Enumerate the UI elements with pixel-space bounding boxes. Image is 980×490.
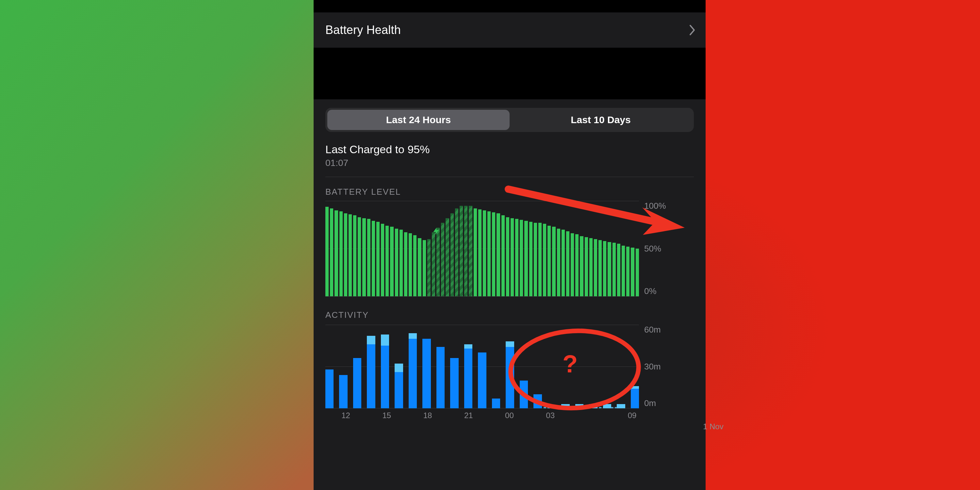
battery-bar	[566, 231, 570, 296]
activity-bar	[492, 399, 500, 408]
activity-bar	[533, 394, 542, 408]
activity-chart: 12151821000309 60m 30m 0m ?	[325, 325, 694, 420]
activity-bar	[450, 358, 458, 408]
activity-bar	[422, 339, 431, 408]
battery-bar	[464, 206, 468, 296]
battery-bar	[474, 208, 477, 296]
battery-bar	[594, 239, 597, 296]
battery-bar	[399, 230, 403, 296]
battery-bar	[557, 229, 560, 296]
battery-bar	[515, 219, 519, 296]
battery-bar	[358, 217, 361, 296]
battery-bar	[612, 243, 616, 296]
battery-health-label: Battery Health	[325, 23, 401, 37]
battery-bar	[455, 208, 458, 296]
battery-bar	[325, 207, 329, 296]
battery-bar	[404, 232, 407, 296]
battery-bar	[520, 220, 523, 296]
battery-bar	[460, 206, 463, 296]
battery-bar	[483, 210, 486, 296]
battery-bar	[529, 222, 533, 296]
battery-bar	[487, 212, 491, 296]
battery-bar	[492, 212, 495, 296]
battery-health-row[interactable]: Battery Health	[313, 13, 706, 48]
battery-bar	[496, 213, 500, 296]
battery-bar	[469, 206, 472, 296]
battery-bar	[575, 234, 579, 296]
x-axis-date-label: 1 Nov	[703, 422, 889, 431]
battery-bar	[395, 229, 398, 296]
activity-bar	[395, 364, 403, 408]
battery-level-chart: 100% 50% 0%	[325, 201, 694, 296]
battery-bar	[450, 213, 454, 296]
y-tick-label: 0m	[644, 398, 656, 408]
battery-bar	[538, 223, 542, 296]
battery-bar	[580, 236, 583, 296]
battery-bar	[372, 221, 375, 296]
battery-bar	[552, 227, 555, 296]
y-tick-label: 30m	[644, 362, 661, 372]
battery-bar	[436, 228, 440, 296]
battery-bar	[381, 224, 384, 296]
y-tick-label: 0%	[644, 286, 657, 296]
battery-bar	[334, 210, 338, 296]
battery-bar	[376, 222, 380, 296]
y-tick-label: 50%	[644, 244, 661, 254]
battery-bar	[543, 224, 546, 296]
battery-bar	[636, 248, 639, 296]
activity-section-label: ACTIVITY	[325, 310, 694, 320]
last-charged-title: Last Charged to 95%	[325, 143, 694, 156]
battery-bar	[501, 215, 505, 296]
battery-bar	[585, 237, 588, 296]
charging-bolt-icon	[432, 227, 440, 235]
battery-bar	[344, 213, 347, 296]
x-tick-label: 00	[505, 411, 514, 420]
tab-last-10-days[interactable]: Last 10 Days	[510, 110, 692, 130]
battery-bar	[598, 240, 602, 296]
tab-last-24-hours[interactable]: Last 24 Hours	[327, 110, 510, 130]
battery-bar	[608, 242, 611, 296]
activity-bar	[381, 334, 389, 408]
battery-bar	[348, 214, 352, 296]
activity-bar	[325, 369, 334, 408]
y-tick-label: 100%	[644, 201, 666, 211]
battery-bar	[362, 218, 366, 296]
x-tick-label: 09	[628, 411, 637, 420]
battery-bar	[353, 215, 356, 296]
activity-bar	[353, 358, 361, 408]
battery-bar	[418, 238, 421, 296]
activity-bar	[506, 341, 514, 408]
battery-bar	[409, 233, 412, 296]
battery-bar	[562, 230, 565, 296]
activity-bar	[631, 386, 639, 408]
battery-bar	[390, 227, 393, 296]
battery-bar	[534, 223, 537, 296]
battery-bar	[511, 218, 514, 296]
battery-settings-screen: Battery Health Last 24 Hours Last 10 Day…	[313, 0, 706, 490]
chevron-right-icon	[689, 24, 696, 36]
battery-bar	[330, 208, 333, 296]
battery-bar	[617, 244, 620, 296]
battery-level-section-label: BATTERY LEVEL	[325, 187, 694, 197]
battery-bar	[547, 226, 551, 296]
activity-bar	[520, 380, 528, 408]
battery-bar	[445, 218, 449, 296]
y-tick-label: 60m	[644, 325, 661, 335]
activity-bar	[367, 336, 375, 408]
x-tick-label: 12	[341, 411, 350, 420]
x-tick-label: 21	[464, 411, 473, 420]
last-charged-time: 01:07	[325, 158, 694, 168]
battery-bar	[413, 235, 417, 296]
battery-bar	[622, 246, 625, 296]
battery-bar	[427, 239, 431, 296]
battery-bar	[367, 219, 371, 296]
time-range-segmented-control[interactable]: Last 24 Hours Last 10 Days	[325, 108, 694, 132]
battery-bar	[603, 241, 606, 296]
battery-bar	[478, 209, 482, 296]
battery-bar	[339, 212, 343, 296]
battery-bar	[423, 240, 426, 296]
battery-bar	[506, 217, 509, 296]
battery-bar	[626, 247, 630, 296]
activity-bar	[339, 375, 347, 408]
x-tick-label: 03	[546, 411, 555, 420]
